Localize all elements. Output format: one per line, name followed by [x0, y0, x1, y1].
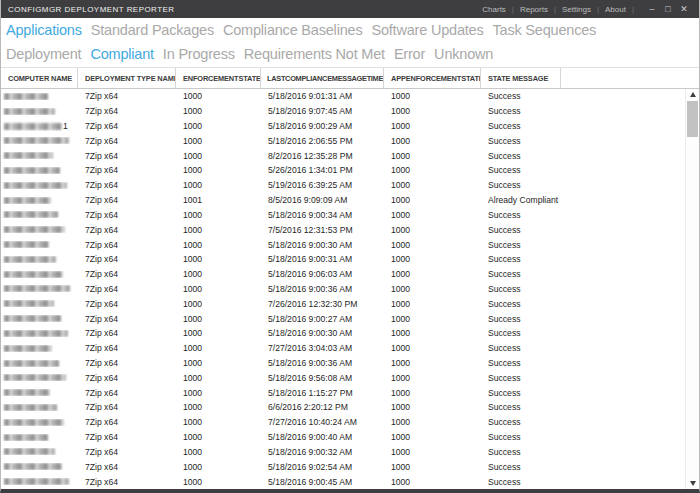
computer-name-redacted	[4, 108, 55, 115]
subtab-compliant[interactable]: Compliant	[90, 46, 153, 62]
enforcement-state-cell: 1000	[176, 343, 261, 353]
table-row[interactable]: 7Zip x6410008/2/2016 12:35:28 PM1000Succ…	[1, 148, 685, 163]
tab-standard-packages[interactable]: Standard Packages	[91, 22, 214, 38]
app-enforcement-state-cell: 1000	[384, 165, 481, 175]
column-header-enforcementstate[interactable]: ENFORCEMENTSTATE	[176, 68, 261, 88]
state-message-cell: Success	[481, 343, 685, 353]
computer-name-redacted	[4, 123, 62, 130]
computer-name-redacted	[4, 137, 69, 144]
enforcement-state-cell: 1000	[176, 328, 261, 338]
table-row[interactable]: 7Zip x6410005/18/2016 9:00:31 AM1000Succ…	[1, 252, 685, 267]
scrollbar-thumb[interactable]	[687, 101, 698, 137]
table-row[interactable]: 7Zip x6410005/18/2016 9:00:45 AM1000Succ…	[1, 474, 685, 489]
table-row[interactable]: 17Zip x6410005/18/2016 9:00:29 AM1000Suc…	[1, 119, 685, 134]
table-row[interactable]: 7Zip x6410007/27/2016 10:40:24 AM1000Suc…	[1, 415, 685, 430]
grid-header: COMPUTER NAMEDEPLOYMENT TYPE NAMEENFORCE…	[1, 67, 699, 89]
deployment-type-cell: 7Zip x64	[78, 91, 176, 101]
titlebar-menu: Charts|Reports|Settings|About|	[482, 5, 640, 14]
tab-applications[interactable]: Applications	[6, 22, 82, 38]
enforcement-state-cell: 1000	[176, 165, 261, 175]
column-header-deployment-type-name[interactable]: DEPLOYMENT TYPE NAME	[78, 68, 176, 88]
table-row[interactable]: 7Zip x6410005/18/2016 9:00:27 AM1000Succ…	[1, 311, 685, 326]
subtab-error[interactable]: Error	[394, 46, 425, 62]
tab-compliance-baselines[interactable]: Compliance Baselines	[223, 22, 362, 38]
deployment-type-cell: 7Zip x64	[78, 299, 176, 309]
grid-body-area: 7Zip x6410005/18/2016 9:01:31 AM1000Succ…	[1, 89, 699, 489]
last-compliance-time-cell: 5/18/2016 9:02:54 AM	[261, 462, 384, 472]
window-title: CONFIGMGR DEPLOYMENT REPORTER	[8, 5, 175, 14]
computer-name-cell	[1, 389, 78, 396]
computer-name-redacted	[4, 256, 56, 263]
close-button[interactable]: ✕	[676, 0, 692, 18]
last-compliance-time-cell: 5/18/2016 9:01:31 AM	[261, 91, 384, 101]
table-row[interactable]: 7Zip x6410005/18/2016 9:01:31 AM1000Succ…	[1, 89, 685, 104]
deployment-type-cell: 7Zip x64	[78, 151, 176, 161]
table-row[interactable]: 7Zip x6410007/5/2016 12:31:53 PM1000Succ…	[1, 222, 685, 237]
menu-settings[interactable]: Settings	[562, 5, 591, 14]
menu-reports[interactable]: Reports	[520, 5, 548, 14]
table-row[interactable]: 7Zip x6410005/18/2016 9:00:36 AM1000Succ…	[1, 356, 685, 371]
state-message-cell: Success	[481, 358, 685, 368]
vertical-scrollbar[interactable]	[685, 89, 699, 489]
subtab-unknown[interactable]: Unknown	[434, 46, 493, 62]
table-row[interactable]: 7Zip x6410005/18/2016 9:07:45 AM1000Succ…	[1, 104, 685, 119]
app-enforcement-state-cell: 1000	[384, 269, 481, 279]
column-header-state-message[interactable]: STATE MESSAGE	[481, 68, 561, 88]
table-row[interactable]: 7Zip x6410005/18/2016 9:56:08 AM1000Succ…	[1, 370, 685, 385]
last-compliance-time-cell: 7/5/2016 12:31:53 PM	[261, 225, 384, 235]
deployment-type-cell: 7Zip x64	[78, 402, 176, 412]
table-row[interactable]: 7Zip x6410005/18/2016 9:02:54 AM1000Succ…	[1, 459, 685, 474]
scroll-down-button[interactable]	[686, 478, 699, 489]
scroll-up-icon	[690, 92, 696, 97]
last-compliance-time-cell: 5/18/2016 9:00:45 AM	[261, 477, 384, 487]
state-message-cell: Success	[481, 373, 685, 383]
maximize-button[interactable]: □	[660, 0, 676, 18]
enforcement-state-cell: 1000	[176, 240, 261, 250]
menu-charts[interactable]: Charts	[482, 5, 506, 14]
column-header-lastcompliancemessagetime[interactable]: LASTCOMPLIANCEMESSAGETIME	[261, 68, 384, 88]
state-message-cell: Success	[481, 225, 685, 235]
subtab-in-progress[interactable]: In Progress	[163, 46, 235, 62]
computer-name-cell	[1, 448, 78, 455]
table-row[interactable]: 7Zip x6410005/18/2016 1:15:27 PM1000Succ…	[1, 385, 685, 400]
subtab-deployment[interactable]: Deployment	[6, 46, 81, 62]
computer-name-redacted	[4, 345, 52, 352]
app-enforcement-state-cell: 1000	[384, 447, 481, 457]
title-bar: CONFIGMGR DEPLOYMENT REPORTER Charts|Rep…	[1, 0, 699, 18]
table-row[interactable]: 7Zip x6410006/6/2016 2:20:12 PM1000Succe…	[1, 400, 685, 415]
last-compliance-time-cell: 5/18/2016 9:00:29 AM	[261, 121, 384, 131]
deployment-type-cell: 7Zip x64	[78, 269, 176, 279]
column-header-computer-name[interactable]: COMPUTER NAME	[1, 68, 78, 88]
table-row[interactable]: 7Zip x6410005/18/2016 9:00:30 AM1000Succ…	[1, 237, 685, 252]
table-row[interactable]: 7Zip x6410005/18/2016 9:06:03 AM1000Succ…	[1, 267, 685, 282]
table-row[interactable]: 7Zip x6410005/18/2016 9:00:34 AM1000Succ…	[1, 208, 685, 223]
state-message-cell: Success	[481, 210, 685, 220]
computer-name-redacted	[4, 285, 70, 292]
table-row[interactable]: 7Zip x6410005/18/2016 9:00:40 AM1000Succ…	[1, 430, 685, 445]
column-header-filler	[561, 68, 699, 88]
computer-name-redacted	[4, 330, 68, 337]
table-row[interactable]: 7Zip x6410005/18/2016 9:00:30 AM1000Succ…	[1, 326, 685, 341]
tab-task-sequences[interactable]: Task Sequences	[493, 22, 597, 38]
table-row[interactable]: 7Zip x6410005/18/2016 9:00:36 AM1000Succ…	[1, 282, 685, 297]
scroll-up-button[interactable]	[686, 89, 699, 100]
computer-name-cell	[1, 463, 78, 470]
table-row[interactable]: 7Zip x6410005/26/2016 1:34:01 PM1000Succ…	[1, 163, 685, 178]
computer-name-cell	[1, 374, 78, 381]
state-message-cell: Already Compliant	[481, 195, 685, 205]
subtab-requirements-not-met[interactable]: Requirements Not Met	[244, 46, 385, 62]
menu-about[interactable]: About	[605, 5, 626, 14]
deployment-type-cell: 7Zip x64	[78, 314, 176, 324]
column-header-appenforcementstate[interactable]: APPENFORCEMENTSTATE	[384, 68, 481, 88]
table-row[interactable]: 7Zip x6410005/19/2016 6:39:25 AM1000Succ…	[1, 178, 685, 193]
table-row[interactable]: 7Zip x6410018/5/2016 9:09:09 AM1000Alrea…	[1, 193, 685, 208]
table-row[interactable]: 7Zip x6410007/27/2016 3:04:03 AM1000Succ…	[1, 341, 685, 356]
enforcement-state-cell: 1000	[176, 254, 261, 264]
state-message-cell: Success	[481, 91, 685, 101]
tab-software-updates[interactable]: Software Updates	[371, 22, 483, 38]
table-row[interactable]: 7Zip x6410005/18/2016 2:06:55 PM1000Succ…	[1, 133, 685, 148]
table-row[interactable]: 7Zip x6410007/26/2016 12:32:30 PM1000Suc…	[1, 296, 685, 311]
minimize-button[interactable]: –	[644, 0, 660, 18]
computer-name-cell	[1, 152, 78, 159]
table-row[interactable]: 7Zip x6410005/18/2016 9:00:32 AM1000Succ…	[1, 445, 685, 460]
